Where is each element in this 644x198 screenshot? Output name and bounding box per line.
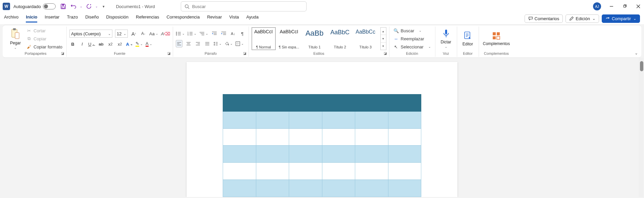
strikethrough-button[interactable]: ab bbox=[98, 40, 104, 48]
table-cell[interactable] bbox=[322, 111, 355, 128]
table-cell[interactable] bbox=[289, 146, 322, 163]
grow-font-button[interactable]: A↑ bbox=[130, 30, 137, 37]
user-avatar[interactable]: AJ bbox=[593, 2, 601, 10]
copy-button[interactable]: ⧉Copiar bbox=[25, 35, 64, 42]
justify-button[interactable] bbox=[204, 40, 211, 47]
shrink-font-button[interactable]: A↓ bbox=[140, 30, 147, 37]
editing-mode-button[interactable]: Edición bbox=[566, 14, 599, 23]
style-heading2[interactable]: AaBbCTítulo 2 bbox=[328, 27, 352, 50]
clipboard-launcher[interactable]: ◪ bbox=[61, 51, 65, 55]
decrease-indent-button[interactable] bbox=[211, 30, 218, 37]
table-cell[interactable] bbox=[256, 146, 289, 163]
tab-insertar[interactable]: Insertar bbox=[45, 14, 59, 23]
italic-button[interactable]: I bbox=[79, 40, 86, 48]
editor-button[interactable]: Editor bbox=[460, 27, 476, 50]
table-cell[interactable] bbox=[256, 128, 289, 146]
tab-revisar[interactable]: Revisar bbox=[207, 14, 222, 23]
font-color-button[interactable]: A bbox=[146, 40, 152, 48]
table-cell[interactable] bbox=[388, 94, 421, 112]
underline-button[interactable]: U bbox=[88, 40, 95, 48]
table-cell[interactable] bbox=[388, 128, 421, 146]
format-painter-button[interactable]: 🖌Copiar formato bbox=[25, 43, 64, 50]
table-cell[interactable] bbox=[322, 180, 355, 197]
multilevel-list-button[interactable] bbox=[199, 30, 208, 37]
increase-indent-button[interactable] bbox=[220, 30, 227, 37]
table-cell[interactable] bbox=[289, 111, 322, 128]
superscript-button[interactable]: x2 bbox=[116, 40, 123, 48]
table-cell[interactable] bbox=[388, 163, 421, 180]
table-cell[interactable] bbox=[289, 128, 322, 146]
style-normal[interactable]: AaBbCcI¶ Normal bbox=[252, 27, 276, 50]
ribbon-collapse-button[interactable]: ⌄ bbox=[635, 51, 638, 55]
table-cell[interactable] bbox=[223, 128, 256, 146]
table-cell[interactable] bbox=[355, 146, 388, 163]
dictate-button[interactable]: Dictar ⌄ bbox=[438, 27, 454, 50]
font-size-combo[interactable]: 12⌄ bbox=[115, 30, 128, 38]
table-cell[interactable] bbox=[289, 94, 322, 112]
window-restore-button[interactable] bbox=[622, 3, 628, 9]
table-cell[interactable] bbox=[322, 163, 355, 180]
table-cell[interactable] bbox=[355, 94, 388, 112]
align-left-button[interactable] bbox=[176, 40, 182, 47]
align-right-button[interactable] bbox=[195, 40, 201, 47]
subscript-button[interactable]: x2 bbox=[107, 40, 114, 48]
tab-correspondencia[interactable]: Correspondencia bbox=[166, 14, 200, 23]
text-effects-button[interactable]: A bbox=[126, 40, 132, 48]
table-cell[interactable] bbox=[355, 128, 388, 146]
table-cell[interactable] bbox=[388, 111, 421, 128]
table-cell[interactable] bbox=[355, 180, 388, 197]
comments-button[interactable]: Comentarios bbox=[525, 14, 563, 23]
undo-history-dropdown[interactable]: ⌄ bbox=[80, 5, 83, 8]
autosave-control[interactable]: Autoguardado bbox=[13, 3, 56, 9]
style-heading1[interactable]: AaBbTítulo 1 bbox=[303, 27, 327, 50]
table-cell[interactable] bbox=[223, 94, 256, 112]
redo-history-dropdown[interactable]: ⌄ bbox=[95, 5, 98, 8]
table-cell[interactable] bbox=[289, 180, 322, 197]
paste-button[interactable]: Pegar ⌄ bbox=[7, 27, 23, 50]
tab-disposicion[interactable]: Disposición bbox=[106, 14, 128, 23]
table-cell[interactable] bbox=[322, 146, 355, 163]
vertical-scrollbar-thumb[interactable] bbox=[640, 61, 643, 71]
table-cell[interactable] bbox=[355, 111, 388, 128]
addins-button[interactable]: Complementos bbox=[482, 27, 512, 50]
tab-diseno[interactable]: Diseño bbox=[85, 14, 99, 23]
page[interactable] bbox=[186, 62, 458, 197]
autosave-toggle[interactable] bbox=[43, 3, 56, 9]
table-cell[interactable] bbox=[388, 146, 421, 163]
highlight-color-button[interactable]: ✎ bbox=[136, 40, 143, 48]
table-cell[interactable] bbox=[256, 163, 289, 180]
tab-ayuda[interactable]: Ayuda bbox=[246, 14, 259, 23]
table-cell[interactable] bbox=[223, 163, 256, 180]
shading-button[interactable] bbox=[224, 40, 233, 47]
sort-button[interactable]: A↓ bbox=[230, 30, 236, 37]
find-button[interactable]: 🔍Buscar⌄ bbox=[392, 27, 432, 34]
style-no-spacing[interactable]: AaBbCcI¶ Sin espa... bbox=[277, 27, 301, 50]
cut-button[interactable]: ✂Cortar bbox=[25, 27, 64, 34]
font-launcher[interactable]: ◪ bbox=[167, 51, 171, 55]
redo-button[interactable] bbox=[85, 3, 93, 10]
search-input[interactable]: Buscar bbox=[181, 1, 307, 11]
tab-archivo[interactable]: Archivo bbox=[4, 14, 18, 23]
table-cell[interactable] bbox=[256, 94, 289, 112]
qat-customize-dropdown[interactable]: ▾ bbox=[103, 4, 105, 9]
bullets-button[interactable] bbox=[176, 30, 185, 37]
change-case-button[interactable]: Aa bbox=[149, 30, 158, 37]
show-marks-button[interactable]: ¶ bbox=[239, 30, 246, 37]
font-name-combo[interactable]: Aptos (Cuerpo)⌄ bbox=[69, 30, 112, 38]
table-cell[interactable] bbox=[223, 146, 256, 163]
table-cell[interactable] bbox=[223, 111, 256, 128]
styles-launcher[interactable]: ◪ bbox=[384, 51, 388, 55]
table-cell[interactable] bbox=[355, 163, 388, 180]
borders-button[interactable] bbox=[235, 40, 244, 47]
styles-expand[interactable]: ▾ bbox=[381, 43, 386, 50]
table-cell[interactable] bbox=[256, 180, 289, 197]
tab-trazo[interactable]: Trazo bbox=[67, 14, 78, 23]
bold-button[interactable]: B bbox=[69, 40, 76, 48]
clear-formatting-button[interactable]: A⌫ bbox=[161, 30, 170, 37]
window-close-button[interactable] bbox=[635, 3, 641, 9]
align-center-button[interactable] bbox=[185, 40, 192, 47]
vertical-scrollbar-track[interactable] bbox=[639, 58, 643, 197]
paragraph-launcher[interactable]: ◪ bbox=[243, 51, 247, 55]
style-heading3[interactable]: AaBbCcTítulo 3 bbox=[354, 27, 378, 50]
share-button[interactable]: Compartir bbox=[602, 14, 640, 23]
